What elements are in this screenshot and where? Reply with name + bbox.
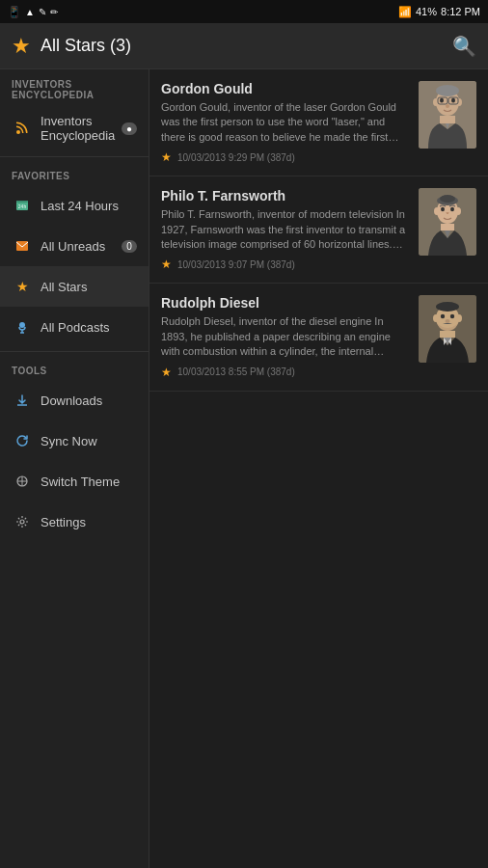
article-date-philo-farnsworth: 10/03/2013 9:07 PM (387d) (177, 259, 295, 270)
article-date-gordon-gould: 10/03/2013 9:29 PM (387d) (177, 152, 295, 163)
article-star-rudolph-diesel: ★ (161, 366, 172, 379)
article-star-gordon-gould: ★ (161, 150, 172, 164)
all-unreads-label: All Unreads (41, 239, 122, 254)
svg-point-10 (20, 520, 24, 524)
sync-icon (12, 430, 33, 451)
downloads-label: Downloads (41, 393, 137, 408)
all-podcasts-label: All Podcasts (41, 320, 137, 335)
all-stars-icon: ★ (12, 34, 31, 59)
theme-icon (12, 471, 33, 492)
encyclopedia-label: Inventors Encyclopedia (41, 114, 122, 143)
svg-point-5 (19, 322, 25, 328)
signal-icon: 📶 (398, 6, 412, 18)
article-image-philo-farnsworth (419, 188, 476, 256)
svg-point-14 (456, 98, 462, 106)
sidebar-item-inventors-encyclopedia[interactable]: Inventors Encyclopedia ● (0, 104, 149, 152)
encyclopedia-section-label: INVENTORS ENCYCLOPEDIA (0, 69, 149, 104)
last-24-hours-label: Last 24 Hours (41, 199, 137, 213)
svg-point-35 (456, 314, 462, 322)
svg-point-26 (455, 207, 461, 215)
article-image-gordon-gould (419, 81, 476, 149)
status-bar: 📱 ▲ ✎ ✏ 📶 41% 8:12 PM (0, 0, 488, 23)
sidebar-item-all-podcasts[interactable]: All Podcasts (0, 307, 149, 347)
main-layout: INVENTORS ENCYCLOPEDIA Inventors Encyclo… (0, 69, 488, 868)
settings-icon (12, 511, 33, 532)
wifi-icon: ▲ (25, 7, 35, 17)
top-bar: ★ All Stars (3) 🔍 (0, 23, 488, 69)
article-body-philo-farnsworth: Philo T. Farnsworth, inventor of modern … (161, 207, 409, 252)
svg-rect-22 (440, 116, 455, 123)
svg-point-28 (440, 195, 455, 203)
search-icon[interactable]: 🔍 (452, 35, 476, 58)
article-image-rudolph-diesel (419, 295, 476, 363)
svg-point-36 (436, 302, 459, 312)
status-bar-right-icons: 📶 41% 8:12 PM (398, 6, 480, 18)
article-star-philo-farnsworth: ★ (161, 258, 172, 271)
edit-icon: ✏ (50, 7, 58, 17)
article-body-gordon-gould: Gordon Gould, inventor of the laser Gord… (161, 100, 409, 145)
article-item-philo-farnsworth[interactable]: Philo T. Farnsworth Philo T. Farnsworth,… (149, 176, 488, 284)
divider-2 (0, 351, 149, 352)
clock: 8:12 PM (441, 6, 480, 17)
svg-point-0 (16, 130, 20, 134)
svg-point-21 (446, 104, 449, 108)
svg-point-15 (436, 85, 459, 96)
svg-point-16 (440, 98, 444, 103)
svg-text:24h: 24h (18, 203, 27, 209)
sidebar-item-last-24-hours[interactable]: 24h Last 24 Hours (0, 185, 149, 226)
star-icon: ★ (12, 276, 33, 297)
sidebar-item-switch-theme[interactable]: Switch Theme (0, 461, 149, 502)
content-area: Gordon Gould Gordon Gould, inventor of t… (149, 69, 488, 868)
sidebar-item-all-stars[interactable]: ★ All Stars (0, 266, 149, 307)
battery-level: 41% (416, 6, 437, 17)
svg-rect-40 (440, 331, 455, 338)
sidebar-item-settings[interactable]: Settings (0, 502, 149, 542)
article-item-rudolph-diesel[interactable]: Rudolph Diesel Rudolph Diesel, inventor … (149, 284, 488, 391)
article-title-gordon-gould: Gordon Gould (161, 81, 409, 96)
page-title: All Stars (3) (41, 36, 452, 56)
svg-point-29 (441, 207, 445, 211)
svg-rect-2 (16, 201, 28, 203)
article-title-rudolph-diesel: Rudolph Diesel (161, 295, 409, 311)
svg-rect-4 (16, 241, 28, 251)
sync-now-label: Sync Now (41, 434, 137, 448)
article-text-gordon-gould: Gordon Gould Gordon Gould, inventor of t… (161, 81, 409, 164)
article-meta-rudolph-diesel: ★ 10/03/2013 8:55 PM (387d) (161, 366, 409, 379)
article-text-philo-farnsworth: Philo T. Farnsworth Philo T. Farnsworth,… (161, 188, 409, 271)
all-stars-label: All Stars (41, 280, 137, 294)
article-meta-philo-farnsworth: ★ 10/03/2013 9:07 PM (387d) (161, 258, 409, 271)
article-text-rudolph-diesel: Rudolph Diesel Rudolph Diesel, inventor … (161, 295, 409, 378)
switch-theme-label: Switch Theme (41, 475, 137, 489)
tools-section-label: TOOLS (0, 356, 149, 380)
article-date-rudolph-diesel: 10/03/2013 8:55 PM (387d) (177, 366, 295, 377)
unreads-icon (12, 235, 33, 257)
sidebar-item-sync-now[interactable]: Sync Now (0, 420, 149, 461)
podcast-icon (12, 316, 33, 338)
svg-point-37 (441, 314, 445, 318)
divider-1 (0, 156, 149, 157)
notification-icon: 📱 (8, 6, 21, 18)
svg-point-17 (451, 98, 455, 103)
download-icon (12, 390, 33, 411)
unreads-badge: 0 (122, 240, 137, 253)
article-title-philo-farnsworth: Philo T. Farnsworth (161, 188, 409, 203)
svg-point-34 (433, 314, 439, 322)
clock-icon: 24h (12, 195, 33, 216)
bluetooth-icon: ✎ (39, 7, 46, 17)
svg-point-30 (450, 207, 454, 211)
svg-point-25 (434, 207, 440, 215)
svg-point-38 (450, 314, 454, 318)
sidebar-item-downloads[interactable]: Downloads (0, 380, 149, 420)
settings-label: Settings (41, 515, 137, 529)
status-bar-left-icons: 📱 ▲ ✎ ✏ (8, 6, 58, 18)
article-meta-gordon-gould: ★ 10/03/2013 9:29 PM (387d) (161, 150, 409, 164)
encyclopedia-badge: ● (122, 122, 137, 135)
rss-icon (12, 118, 33, 139)
svg-point-39 (446, 319, 450, 323)
article-body-rudolph-diesel: Rudolph Diesel, inventor of the diesel e… (161, 314, 409, 359)
svg-rect-31 (441, 224, 454, 231)
favorites-section-label: FAVORITES (0, 161, 149, 185)
sidebar-item-all-unreads[interactable]: All Unreads 0 (0, 226, 149, 266)
article-item-gordon-gould[interactable]: Gordon Gould Gordon Gould, inventor of t… (149, 69, 488, 176)
sidebar: INVENTORS ENCYCLOPEDIA Inventors Encyclo… (0, 69, 149, 868)
